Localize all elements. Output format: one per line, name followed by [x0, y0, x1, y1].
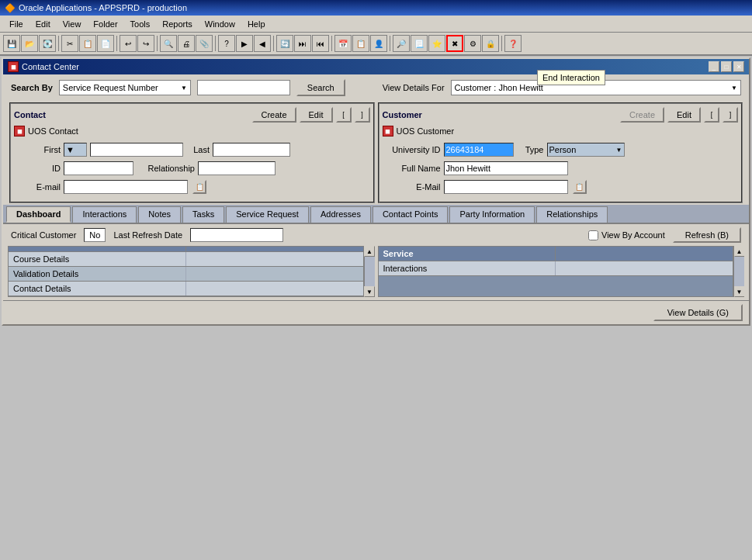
customer-panel: Customer Create Edit [ ] ◼ UOS Customer …: [378, 102, 743, 203]
table-row: Interactions: [379, 261, 733, 276]
contact-relationship-input[interactable]: [198, 161, 276, 175]
customer-fullname-input[interactable]: [444, 161, 568, 175]
tab-party-information[interactable]: Party Information: [449, 206, 535, 223]
contact-email-btn[interactable]: 📋: [192, 180, 206, 194]
tab-dashboard[interactable]: Dashboard: [6, 206, 71, 223]
view-by-account-container: View By Account: [588, 230, 665, 240]
right-scrollbar: ▲ ▼: [733, 246, 744, 297]
toolbar-lock[interactable]: 🔒: [482, 35, 499, 52]
toolbar-cut[interactable]: ✂: [61, 35, 78, 52]
toolbar-help[interactable]: ?: [218, 35, 235, 52]
contact-first-label: First: [14, 145, 61, 154]
contact-square-btn2[interactable]: ]: [355, 107, 370, 123]
refresh-button[interactable]: Refresh (B): [673, 227, 741, 243]
customer-uid-input[interactable]: [444, 143, 514, 157]
toolbar-attach[interactable]: 📎: [196, 35, 213, 52]
customer-email-label: E-Mail: [383, 182, 441, 192]
toolbar-back[interactable]: ◀: [254, 35, 271, 52]
toolbar-prev[interactable]: ⏮: [312, 35, 329, 52]
toolbar-find[interactable]: 🔍: [160, 35, 177, 52]
left-data-table: Course Details Validation Details Contac…: [8, 246, 364, 297]
left-col1-header: [9, 247, 186, 251]
toolbar-print[interactable]: 🖨: [178, 35, 195, 52]
menu-help[interactable]: Help: [241, 18, 272, 30]
toolbar-list[interactable]: 📋: [352, 35, 369, 52]
right-col1-header: Service: [379, 247, 556, 261]
contact-square-btn1[interactable]: [: [336, 107, 352, 123]
toolbar-open[interactable]: 📂: [21, 35, 38, 52]
customer-square-btn1[interactable]: [: [704, 107, 719, 123]
tab-relationships[interactable]: Relationships: [536, 206, 608, 223]
toolbar-zoom[interactable]: 🔎: [393, 35, 410, 52]
table-row: Validation Details: [9, 267, 363, 282]
contact-title-dropdown[interactable]: ▼: [64, 143, 87, 157]
contact-edit-btn[interactable]: Edit: [300, 107, 333, 123]
toolbar-star[interactable]: ⭐: [428, 35, 445, 52]
contact-create-btn[interactable]: Create: [252, 107, 296, 123]
cc-close-btn[interactable]: ✕: [733, 61, 744, 72]
cc-maximize-btn[interactable]: □: [721, 61, 732, 72]
toolbar-person[interactable]: 👤: [370, 35, 387, 52]
contact-id-input[interactable]: [64, 161, 133, 175]
toolbar-question[interactable]: ❓: [504, 35, 522, 52]
search-input[interactable]: [197, 80, 290, 95]
tab-addresses[interactable]: Addresses: [310, 206, 371, 223]
contact-first-input[interactable]: [90, 143, 183, 157]
toolbar-settings[interactable]: ⚙: [464, 35, 481, 52]
menu-folder[interactable]: Folder: [87, 18, 123, 30]
separator2: [116, 36, 117, 51]
view-by-account-checkbox[interactable]: [588, 230, 598, 240]
toolbar-end-interaction[interactable]: ✖: [446, 35, 463, 52]
right-scroll-up[interactable]: ▲: [734, 246, 745, 257]
customer-square-btn2[interactable]: ]: [723, 107, 738, 123]
toolbar-new[interactable]: 💾: [3, 35, 20, 52]
toolbar-doc[interactable]: 📃: [411, 35, 428, 52]
tab-service-request[interactable]: Service Request: [226, 206, 309, 223]
toolbar-refresh[interactable]: 🔄: [276, 35, 293, 52]
search-by-dropdown[interactable]: Service Request Number ▼: [59, 80, 191, 95]
toolbar-copy[interactable]: 📋: [79, 35, 96, 52]
menu-file[interactable]: File: [3, 18, 29, 30]
contact-id-relationship-row: ID Relationship: [14, 161, 370, 175]
menu-window[interactable]: Window: [199, 18, 241, 30]
customer-section-header: Customer Create Edit [ ]: [383, 107, 739, 123]
customer-email-btn[interactable]: 📋: [573, 180, 587, 194]
left-scroll-down[interactable]: ▼: [364, 286, 375, 297]
last-refresh-input[interactable]: [190, 228, 283, 242]
toolbar-paste[interactable]: 📄: [97, 35, 114, 52]
toolbar-redo[interactable]: ↪: [137, 35, 154, 52]
cc-minimize-btn[interactable]: _: [709, 61, 719, 72]
tab-notes[interactable]: Notes: [138, 206, 181, 223]
customer-edit-btn[interactable]: Edit: [667, 107, 701, 123]
tab-tasks[interactable]: Tasks: [182, 206, 224, 223]
toolbar-save[interactable]: 💽: [39, 35, 56, 52]
customer-uid-type-row: University ID Type Person ▼: [383, 143, 739, 157]
left-scroll-up[interactable]: ▲: [364, 246, 375, 257]
app-icon: 🔶: [5, 3, 16, 13]
view-details-button[interactable]: View Details (G): [653, 304, 743, 321]
menu-view[interactable]: View: [57, 18, 88, 30]
view-details-for-label: View Details For: [383, 83, 445, 92]
cc-title-bar: ◼ Contact Center _ □ ✕: [3, 59, 749, 74]
separator4: [215, 36, 216, 51]
right-data-table: Service Interactions: [378, 246, 734, 297]
tab-interactions[interactable]: Interactions: [72, 206, 137, 223]
right-table-header: Service: [379, 247, 733, 261]
toolbar-undo[interactable]: ↩: [120, 35, 137, 52]
right-scroll-down[interactable]: ▼: [734, 286, 745, 297]
menu-reports[interactable]: Reports: [156, 18, 199, 30]
tab-contact-points[interactable]: Contact Points: [373, 206, 449, 223]
contact-last-input[interactable]: [213, 143, 290, 157]
menu-edit[interactable]: Edit: [29, 18, 57, 30]
contact-email-input[interactable]: [64, 180, 188, 194]
search-button[interactable]: Search: [296, 79, 345, 96]
view-details-value: Customer : Jhon Hewitt: [455, 83, 543, 92]
toolbar-calendar[interactable]: 📅: [334, 35, 352, 52]
menu-tools[interactable]: Tools: [124, 18, 157, 30]
refresh-btn-shortcut: (B): [717, 230, 729, 240]
customer-type-dropdown[interactable]: Person ▼: [547, 143, 625, 157]
customer-email-input[interactable]: [444, 180, 568, 194]
contact-relationship-label: Relationship: [137, 164, 195, 173]
toolbar-forward[interactable]: ▶: [236, 35, 253, 52]
toolbar-next[interactable]: ⏭: [294, 35, 311, 52]
